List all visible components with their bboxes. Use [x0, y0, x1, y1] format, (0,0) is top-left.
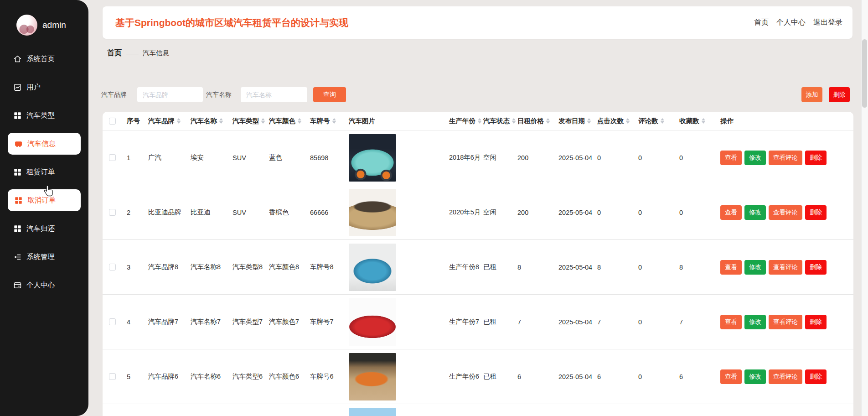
column-header[interactable]: 评论数 [638, 117, 679, 125]
edit-button[interactable]: 修改 [744, 369, 766, 384]
breadcrumb-current: 汽车信息 [143, 49, 169, 57]
sidebar-item-7[interactable]: 汽车归还 [0, 218, 88, 239]
cell-brand: 广汽 [148, 153, 191, 162]
sidebar-item-3[interactable]: 汽车类型 [0, 104, 88, 126]
grid-icon [15, 197, 22, 204]
cell-name: 汽车名称7 [191, 317, 232, 326]
data-table: 序号汽车品牌汽车名称汽车类型汽车颜色车牌号汽车图片生产年份汽车状态日租价格发布日… [103, 112, 853, 416]
row-actions: 查看修改查看评论删除 [720, 315, 827, 329]
delete-button[interactable]: 删除 [805, 369, 827, 384]
scrollbar-track[interactable] [861, 0, 868, 416]
car-image [349, 353, 396, 400]
breadcrumb-home[interactable]: 首页 [107, 48, 122, 58]
column-header[interactable]: 汽车名称 [191, 117, 232, 125]
sidebar-item-label: 汽车信息 [27, 139, 56, 149]
query-button[interactable]: 查询 [313, 87, 346, 102]
cell-type: SUV [232, 154, 269, 161]
cell-year: 2020年5月 [449, 208, 483, 217]
column-header[interactable]: 点击次数 [597, 117, 638, 125]
edit-button[interactable]: 修改 [744, 315, 766, 329]
column-header[interactable]: 汽车颜色 [269, 117, 310, 125]
column-header[interactable]: 汽车品牌 [148, 117, 191, 125]
sort-icon[interactable] [478, 118, 481, 124]
edit-button[interactable]: 修改 [744, 205, 766, 220]
delete-button[interactable]: 删除 [805, 205, 827, 220]
sort-icon[interactable] [177, 118, 181, 124]
delete-selected-button[interactable]: 删除 [829, 87, 850, 102]
sort-icon[interactable] [546, 118, 550, 124]
table-row: 1广汽埃安SUV蓝色856982018年6月空闲2002025-05-04000… [103, 130, 853, 185]
delete-button[interactable]: 删除 [805, 315, 827, 329]
add-button[interactable]: 添加 [801, 87, 822, 102]
car-image [349, 408, 396, 416]
scrollbar-thumb[interactable] [862, 39, 867, 108]
topnav-profile-link[interactable]: 个人中心 [776, 18, 806, 27]
select-all-checkbox[interactable] [109, 118, 116, 125]
sidebar-item-4[interactable]: 汽车信息 [8, 133, 81, 155]
column-header[interactable]: 生产年份 [449, 117, 483, 125]
row-checkbox[interactable] [109, 264, 116, 270]
name-filter-label: 汽车名称 [206, 87, 232, 102]
sort-icon[interactable] [626, 118, 630, 124]
view-comments-button[interactable]: 查看评论 [769, 151, 802, 165]
sidebar-item-8[interactable]: 系统管理 [0, 246, 88, 268]
view-button[interactable]: 查看 [720, 369, 742, 384]
row-checkbox[interactable] [109, 373, 116, 380]
cell-favorites: 7 [679, 318, 720, 326]
name-filter-input[interactable] [241, 87, 307, 102]
view-button[interactable]: 查看 [720, 151, 742, 165]
sidebar-item-1[interactable]: 系统首页 [0, 48, 88, 70]
row-checkbox[interactable] [109, 209, 116, 216]
sort-icon[interactable] [702, 118, 705, 124]
view-comments-button[interactable]: 查看评论 [769, 369, 802, 384]
grid-icon [14, 112, 21, 120]
topnav-logout-link[interactable]: 退出登录 [813, 18, 842, 27]
column-header[interactable]: 日租价格 [517, 117, 558, 125]
cell-year: 生产年份7 [449, 317, 483, 326]
view-button[interactable]: 查看 [720, 260, 742, 275]
cell-price: 7 [517, 318, 558, 326]
column-header[interactable]: 汽车状态 [483, 117, 517, 125]
sidebar-item-2[interactable]: 用户 [0, 76, 88, 98]
column-header[interactable]: 车牌号 [310, 117, 349, 125]
column-header[interactable]: 收藏数 [679, 117, 720, 125]
view-comments-button[interactable]: 查看评论 [769, 315, 802, 329]
delete-button[interactable]: 删除 [805, 260, 827, 275]
sidebar-item-9[interactable]: 个人中心 [0, 274, 88, 296]
sort-icon[interactable] [661, 118, 664, 124]
sidebar-item-label: 个人中心 [26, 281, 55, 290]
cell-plate: 车牌号6 [310, 372, 349, 381]
page-title: 基于Springboot的城市区域汽车租赁平台的设计与实现 [115, 16, 348, 29]
column-header[interactable]: 发布日期 [558, 117, 597, 125]
cell-comments: 0 [638, 373, 679, 380]
topnav-home-link[interactable]: 首页 [754, 18, 769, 27]
column-header[interactable]: 汽车类型 [232, 117, 269, 125]
cell-comments: 0 [638, 264, 679, 271]
edit-button[interactable]: 修改 [744, 260, 766, 275]
sort-icon[interactable] [219, 118, 223, 124]
sort-icon[interactable] [332, 118, 336, 124]
cell-plate: 66666 [310, 209, 349, 216]
view-button[interactable]: 查看 [720, 205, 742, 220]
header-bar: 基于Springboot的城市区域汽车租赁平台的设计与实现 首页 个人中心 退出… [103, 6, 852, 39]
breadcrumb: 首页 —— 汽车信息 [107, 48, 169, 58]
cell-price: 200 [517, 209, 558, 216]
view-comments-button[interactable]: 查看评论 [769, 260, 802, 275]
row-checkbox[interactable] [109, 318, 116, 325]
sort-icon[interactable] [298, 118, 301, 124]
brand-filter-label: 汽车品牌 [101, 87, 127, 102]
cell-clicks: 6 [597, 373, 638, 380]
sort-icon[interactable] [261, 118, 265, 124]
row-checkbox[interactable] [109, 154, 116, 161]
view-comments-button[interactable]: 查看评论 [769, 205, 802, 220]
brand-filter-input[interactable] [137, 87, 203, 102]
edit-button[interactable]: 修改 [744, 151, 766, 165]
sidebar-item-5[interactable]: 租赁订单 [0, 161, 88, 183]
cell-year: 生产年份6 [449, 372, 483, 381]
sort-icon[interactable] [587, 118, 591, 124]
cell-price: 8 [517, 264, 558, 271]
delete-button[interactable]: 删除 [805, 151, 827, 165]
view-button[interactable]: 查看 [720, 315, 742, 329]
sort-icon[interactable] [512, 118, 516, 124]
column-header: 汽车图片 [349, 117, 449, 125]
